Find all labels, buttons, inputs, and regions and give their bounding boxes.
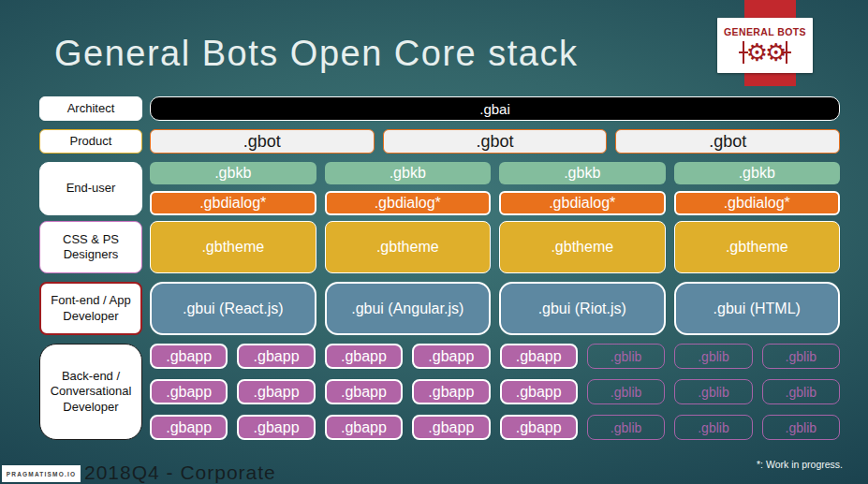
gbdialog-box: .gbdialog*: [325, 191, 492, 215]
gbapp-box: .gbapp: [325, 344, 403, 369]
gbdialog-box: .gbdialog*: [150, 191, 316, 215]
gbapp-box: .gbapp: [500, 415, 578, 440]
gblib-box: .gblib: [587, 379, 665, 404]
gbapp-box: .gbapp: [150, 379, 228, 404]
gbui-react-box: .gbui (React.js): [150, 282, 316, 335]
backend-band: Back-end / Conversational Developer .gba…: [39, 344, 840, 440]
gbtheme-box: .gbtheme: [499, 221, 666, 273]
core-stack-diagram: Architect .gbai Product .gbot .gbot .gbo…: [39, 96, 840, 440]
gbtheme-box: .gbtheme: [150, 221, 316, 273]
gbkb-box: .gbkb: [499, 162, 666, 184]
gblib-box: .gblib: [587, 344, 665, 369]
gbtheme-box: .gbtheme: [325, 221, 492, 273]
end-user-label: End-user: [39, 162, 142, 215]
gbui-angular-box: .gbui (Angular.js): [325, 282, 492, 335]
gear-glyphs-icon: ⚙⚙: [746, 38, 785, 66]
gbdialog-box: .gbdialog*: [674, 191, 841, 215]
end-user-band: End-user .gbkb .gbkb .gbkb .gbkb .gbdial…: [39, 162, 840, 215]
product-label: Product: [39, 129, 142, 154]
gblib-box: .gblib: [587, 415, 665, 440]
product-band: Product .gbot .gbot .gbot: [39, 129, 840, 154]
gblib-box: .gblib: [674, 379, 752, 404]
gbdialog-box: .gbdialog*: [499, 191, 666, 215]
general-bots-logo: GENERAL BOTS ⚙⚙: [717, 18, 813, 73]
architect-label: Architect: [39, 96, 142, 121]
backend-label: Back-end / Conversational Developer: [39, 344, 142, 440]
gbkb-box: .gbkb: [150, 162, 316, 184]
gear-line-left-icon: [743, 41, 744, 64]
architect-band: Architect .gbai: [39, 96, 840, 121]
gbui-riot-box: .gbui (Riot.js): [499, 282, 666, 335]
gbapp-box: .gbapp: [237, 344, 315, 369]
pragmatismo-badge: PRAGMATISMO.IO: [2, 465, 81, 482]
gbkb-box: .gbkb: [674, 162, 841, 184]
gbapp-box: .gbapp: [150, 344, 228, 369]
logo-wordmark: GENERAL BOTS: [724, 26, 806, 37]
slide-title: General Bots Open Core stack: [54, 34, 578, 74]
gear-line-right-icon: [786, 41, 787, 64]
designers-label: CSS & PS Designers: [39, 221, 142, 273]
gbot-box: .gbot: [615, 129, 840, 154]
gbtheme-box: .gbtheme: [674, 221, 841, 273]
gbkb-box: .gbkb: [325, 162, 492, 184]
gbapp-box: .gbapp: [325, 379, 403, 404]
frontend-band: Font-end / App Developer .gbui (React.js…: [39, 282, 840, 335]
designers-band: CSS & PS Designers .gbtheme .gbtheme .gb…: [39, 221, 840, 273]
gbapp-box: .gbapp: [237, 379, 315, 404]
gbapp-box: .gbapp: [150, 415, 228, 440]
gblib-box: .gblib: [762, 344, 840, 369]
frontend-label: Font-end / App Developer: [39, 282, 142, 335]
gblib-box: .gblib: [674, 415, 752, 440]
gbot-box: .gbot: [150, 129, 375, 154]
gbapp-box: .gbapp: [237, 415, 315, 440]
gbapp-box: .gbapp: [412, 415, 490, 440]
gbapp-box: .gbapp: [325, 415, 403, 440]
gbapp-box: .gbapp: [500, 379, 578, 404]
gblib-box: .gblib: [762, 415, 840, 440]
gears-icon: ⚙⚙: [742, 37, 789, 67]
gbapp-box: .gbapp: [412, 379, 490, 404]
gbapp-box: .gbapp: [412, 344, 490, 369]
gbai-box: .gbai: [150, 96, 840, 121]
work-in-progress-note: *: Work in progress.: [757, 459, 843, 470]
gblib-box: .gblib: [674, 344, 752, 369]
gbui-html-box: .gbui (HTML): [674, 282, 841, 335]
gbapp-box: .gbapp: [500, 344, 578, 369]
gbot-box: .gbot: [383, 129, 608, 154]
slide-footer: 2018Q4 - Corporate: [84, 462, 276, 484]
gblib-box: .gblib: [762, 379, 840, 404]
